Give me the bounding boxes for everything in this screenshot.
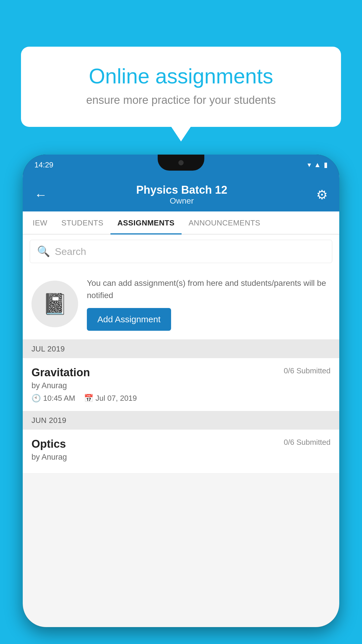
- back-button[interactable]: ←: [34, 188, 47, 202]
- speech-bubble: Online assignments ensure more practice …: [21, 47, 341, 127]
- phone-screen: ← Physics Batch 12 Owner ⚙ IEW STUDENTS …: [23, 175, 339, 627]
- assignment-name-gravitation: Gravitation: [31, 366, 90, 379]
- assignment-date: 📅 Jul 07, 2019: [84, 394, 137, 403]
- notch: [158, 155, 204, 171]
- header-title: Physics Batch 12: [136, 184, 227, 196]
- assignment-date-value: Jul 07, 2019: [96, 394, 137, 403]
- calendar-icon: 📅: [84, 394, 93, 403]
- tab-assignments[interactable]: ASSIGNMENTS: [110, 211, 182, 235]
- status-bar: 14:29 ▾ ▲ ▮: [23, 155, 339, 175]
- search-bar[interactable]: 🔍 Search: [30, 240, 332, 263]
- assignment-time: 🕙 10:45 AM: [31, 394, 75, 403]
- promo-section: 📓 You can add assignment(s) from here an…: [23, 268, 339, 340]
- assignment-submitted-gravitation: 0/6 Submitted: [284, 366, 331, 375]
- speech-bubble-subtitle: ensure more practice for your students: [41, 94, 321, 106]
- notebook-icon: 📓: [42, 292, 68, 316]
- clock-icon: 🕙: [31, 394, 41, 403]
- assignment-submitted-optics: 0/6 Submitted: [284, 438, 331, 447]
- camera: [178, 160, 184, 165]
- section-header-jul: JUL 2019: [23, 340, 339, 358]
- assignment-name-optics: Optics: [31, 438, 66, 450]
- speech-bubble-title: Online assignments: [41, 64, 321, 88]
- header-subtitle: Owner: [136, 196, 227, 206]
- promo-icon-circle: 📓: [31, 281, 78, 327]
- app-header: ← Physics Batch 12 Owner ⚙: [23, 175, 339, 211]
- assignment-by-optics: by Anurag: [31, 453, 331, 462]
- search-input[interactable]: Search: [55, 246, 86, 257]
- status-time: 14:29: [34, 160, 53, 169]
- settings-icon[interactable]: ⚙: [316, 187, 328, 202]
- assignment-meta-gravitation: 🕙 10:45 AM 📅 Jul 07, 2019: [31, 394, 331, 403]
- header-title-block: Physics Batch 12 Owner: [136, 184, 227, 206]
- tab-iew[interactable]: IEW: [26, 211, 55, 235]
- promo-description: You can add assignment(s) from here and …: [87, 277, 331, 302]
- tab-bar: IEW STUDENTS ASSIGNMENTS ANNOUNCEMENTS: [23, 211, 339, 235]
- tab-announcements[interactable]: ANNOUNCEMENTS: [182, 211, 267, 235]
- signal-icon: ▲: [314, 161, 321, 169]
- status-icons: ▾ ▲ ▮: [307, 161, 328, 169]
- battery-icon: ▮: [324, 161, 328, 169]
- assignment-row-top: Gravitation 0/6 Submitted: [31, 366, 331, 379]
- search-bar-container: 🔍 Search: [23, 235, 339, 268]
- phone-frame: 14:29 ▾ ▲ ▮ ← Physics Batch 12 Owner ⚙ I…: [23, 155, 339, 627]
- add-assignment-button[interactable]: Add Assignment: [87, 308, 171, 331]
- assignment-item-optics[interactable]: Optics 0/6 Submitted by Anurag: [23, 430, 339, 474]
- search-icon: 🔍: [37, 245, 50, 258]
- assignment-item-gravitation[interactable]: Gravitation 0/6 Submitted by Anurag 🕙 10…: [23, 358, 339, 411]
- assignment-time-value: 10:45 AM: [43, 394, 75, 403]
- section-header-jun: JUN 2019: [23, 411, 339, 430]
- promo-content: You can add assignment(s) from here and …: [87, 277, 331, 331]
- assignment-row-top-optics: Optics 0/6 Submitted: [31, 438, 331, 450]
- wifi-icon: ▾: [307, 161, 311, 169]
- tab-students[interactable]: STUDENTS: [55, 211, 110, 235]
- assignment-by-gravitation: by Anurag: [31, 381, 331, 390]
